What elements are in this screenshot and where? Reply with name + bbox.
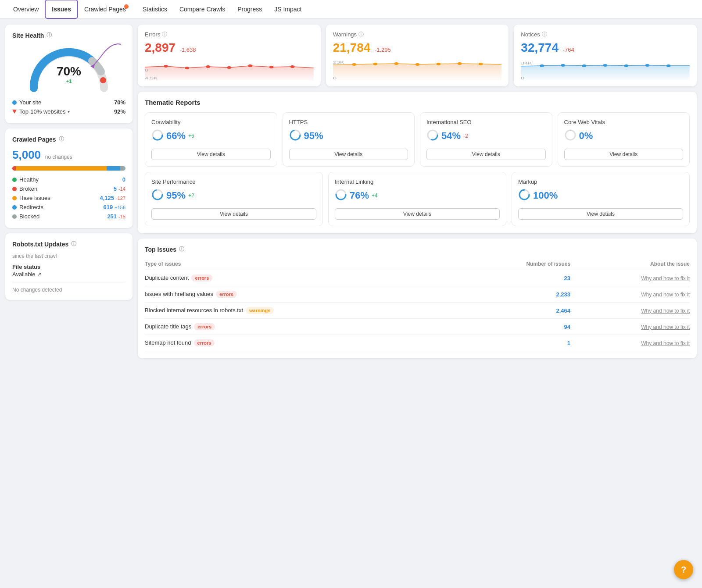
robots-no-changes: No changes detected <box>12 287 125 293</box>
nav-js-impact[interactable]: JS Impact <box>268 0 308 18</box>
col-type-header: Type of issues <box>145 258 462 270</box>
nav-compare-crawls[interactable]: Compare Crawls <box>173 0 231 18</box>
svg-point-17 <box>478 63 483 65</box>
svg-point-22 <box>582 64 587 67</box>
view-details-button[interactable]: View details <box>151 149 271 160</box>
nav-crawled-pages[interactable]: Crawled Pages <box>78 0 136 18</box>
view-details-button[interactable]: View details <box>426 149 546 160</box>
report-card: Site Performance 95%+2View details <box>145 172 323 226</box>
report-name: Crawlability <box>151 119 271 125</box>
report-name: Markup <box>518 178 683 185</box>
report-card: Internal Linking 76%+4View details <box>328 172 506 226</box>
issue-type-cell: Issues with hreflang valueserrors <box>145 286 462 303</box>
nav-badge <box>124 4 129 9</box>
view-details-button[interactable]: View details <box>518 208 683 220</box>
issue-table-row: Sitemap not founderrors1Why and how to f… <box>145 335 690 351</box>
crawled-stat-row: Redirects619+156 <box>12 203 125 212</box>
bar-broken <box>12 166 16 171</box>
view-details-button[interactable]: View details <box>564 149 684 160</box>
stat-dot <box>12 214 17 219</box>
robots-info-icon[interactable]: ⓘ <box>71 240 76 248</box>
svg-point-14 <box>415 63 419 66</box>
report-score-value: 95% <box>166 190 186 201</box>
issue-badge: errors <box>194 323 215 330</box>
view-details-button[interactable]: View details <box>289 149 408 160</box>
nav-statistics[interactable]: Statistics <box>136 0 173 18</box>
bar-issues <box>16 166 107 171</box>
warnings-value-row: 21,784 -1,295 <box>333 41 502 55</box>
stat-dot <box>12 196 17 200</box>
svg-point-1 <box>100 77 106 83</box>
nav-progress[interactable]: Progress <box>231 0 268 18</box>
errors-delta: -1,638 <box>180 46 196 53</box>
report-score-delta: +6 <box>188 133 194 139</box>
stat-delta: -15 <box>118 214 125 219</box>
crawled-pages-bar <box>12 166 125 171</box>
svg-text:0: 0 <box>333 76 337 80</box>
fix-link[interactable]: Why and how to fix it <box>641 324 690 330</box>
external-link-icon[interactable]: ↗ <box>37 271 41 277</box>
fix-link[interactable]: Why and how to fix it <box>641 292 690 298</box>
robots-card: Robots.txt Updates ⓘ since the last craw… <box>5 233 133 300</box>
issues-table: Type of issues Number of issues About th… <box>145 258 690 351</box>
top-issues-info-icon[interactable]: ⓘ <box>179 246 184 253</box>
stat-dot <box>12 205 17 210</box>
notices-title: Notices ⓘ <box>521 31 690 38</box>
report-card: International SEO 54%-2View details <box>420 112 552 167</box>
issue-badge: errors <box>191 274 212 282</box>
svg-point-26 <box>666 64 671 67</box>
crawled-stat-row: Broken5-14 <box>12 184 125 193</box>
svg-text:23K: 23K <box>333 60 344 64</box>
issue-count-cell: 94 <box>462 319 570 335</box>
col-number-header: Number of issues <box>462 258 570 270</box>
warnings-info-icon[interactable]: ⓘ <box>358 31 364 38</box>
issue-table-row: Duplicate contenterrors23Why and how to … <box>145 270 690 286</box>
crawled-pages-number: 5,000 <box>12 148 41 161</box>
fix-link[interactable]: Why and how to fix it <box>641 340 690 346</box>
issue-table-row: Issues with hreflang valueserrors2,233Wh… <box>145 286 690 303</box>
report-card: Crawlability 66%+6View details <box>145 112 277 167</box>
stat-delta: -127 <box>116 196 125 201</box>
site-health-card: Site Health ⓘ <box>5 25 133 123</box>
help-button[interactable]: ? <box>674 560 693 579</box>
nav-issues[interactable]: Issues <box>45 0 78 19</box>
stat-value: 0 <box>122 176 125 183</box>
col-about-header: About the issue <box>570 258 690 270</box>
report-name: Core Web Vitals <box>564 119 684 125</box>
nav-overview[interactable]: Overview <box>7 0 45 18</box>
notices-chart: 34K 0 <box>521 58 690 80</box>
crawled-pages-info-icon[interactable]: ⓘ <box>59 135 64 143</box>
stat-dot <box>12 187 17 191</box>
circle-gauge-svg <box>335 189 347 201</box>
site-health-info-icon[interactable]: ⓘ <box>47 32 52 39</box>
notices-info-icon[interactable]: ⓘ <box>542 31 547 38</box>
errors-info-icon[interactable]: ⓘ <box>162 31 167 38</box>
view-details-button[interactable]: View details <box>151 208 316 220</box>
robots-file-status-label: File status <box>12 264 125 270</box>
svg-point-24 <box>624 64 629 67</box>
circle-gauge-svg <box>518 189 530 201</box>
reports-grid-row2: Site Performance 95%+2View detailsIntern… <box>145 172 690 226</box>
divider <box>12 282 125 282</box>
svg-point-13 <box>394 62 398 65</box>
svg-text:0: 0 <box>521 76 524 80</box>
issue-count-cell: 23 <box>462 270 570 286</box>
report-score-row: 76%+4 <box>335 189 500 202</box>
report-score-row: 95%+2 <box>151 189 316 202</box>
report-score-row: 0% <box>564 129 684 143</box>
issues-table-header: Type of issues Number of issues About th… <box>145 258 690 270</box>
fix-link[interactable]: Why and how to fix it <box>641 308 690 314</box>
svg-text:4.5K: 4.5K <box>145 76 158 80</box>
crawled-stat-row: Healthy0 <box>12 175 125 184</box>
report-name: International SEO <box>426 119 546 125</box>
report-card: HTTPS 95%View details <box>283 112 415 167</box>
circle-gauge-svg <box>426 129 439 141</box>
issue-type-cell: Duplicate contenterrors <box>145 270 462 286</box>
report-score-row: 54%-2 <box>426 129 546 143</box>
fix-link[interactable]: Why and how to fix it <box>641 275 690 282</box>
your-site-dot <box>12 100 17 105</box>
svg-point-23 <box>603 64 608 67</box>
notices-value: 32,774 <box>521 41 559 54</box>
circle-gauge-svg <box>151 129 164 141</box>
view-details-button[interactable]: View details <box>335 208 500 220</box>
